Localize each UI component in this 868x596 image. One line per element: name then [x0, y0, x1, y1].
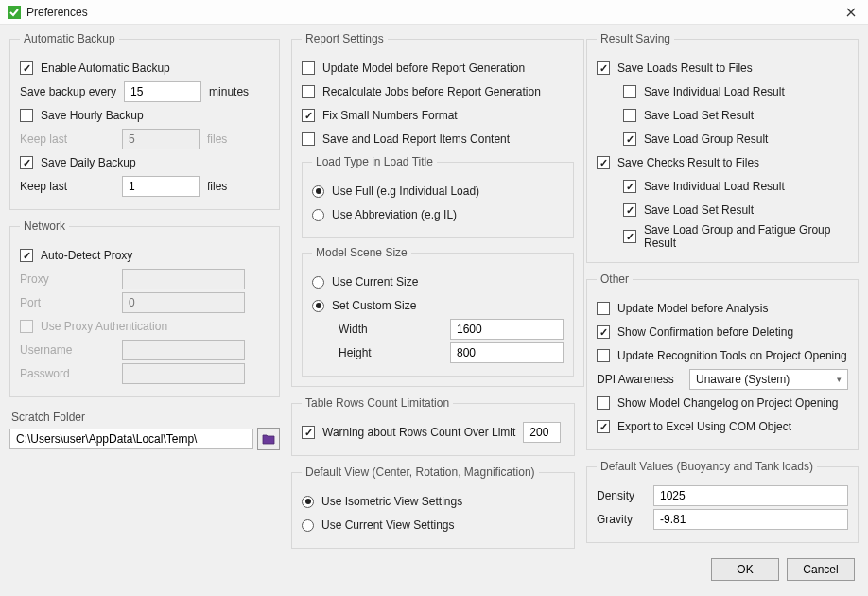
save-daily-backup-checkbox[interactable] — [20, 156, 33, 169]
scene-height-input[interactable] — [450, 342, 564, 363]
daily-keep-last-label: Keep last — [20, 180, 114, 193]
scene-width-input[interactable] — [450, 319, 564, 340]
model-scene-size-group: Model Scene Size Use Current Size Set Cu… — [302, 246, 574, 377]
show-changelog-checkbox[interactable] — [597, 396, 610, 410]
use-abbrev-label: Use Abbreviation (e.g IL) — [332, 208, 457, 221]
other-group: Other Update Model before Analysis Show … — [586, 272, 859, 450]
table-rows-legend: Table Rows Count Limitation — [302, 396, 453, 410]
default-view-legend: Default View (Center, Rotation, Magnific… — [302, 465, 539, 479]
close-button[interactable] — [842, 3, 860, 22]
proxy-label: Proxy — [20, 272, 114, 286]
show-confirm-delete-label: Show Confirmation before Deleting — [617, 325, 793, 339]
password-label: Password — [20, 367, 114, 380]
network-group: Network Auto-Detect Proxy Proxy Port Use… — [9, 219, 280, 397]
update-model-before-analysis-label: Update Model before Analysis — [617, 302, 768, 315]
daily-files-label: files — [207, 180, 256, 193]
default-values-group: Default Values (Buoyancy and Tank loads)… — [586, 460, 859, 543]
other-legend: Other — [597, 272, 633, 286]
use-current-size-label: Use Current Size — [332, 275, 418, 289]
use-proxy-auth-label: Use Proxy Authentication — [41, 320, 167, 333]
density-input[interactable] — [653, 485, 848, 506]
save-load-group-fatigue-checkbox[interactable] — [623, 230, 636, 243]
daily-keep-last-input[interactable] — [122, 176, 200, 197]
save-checks-result-checkbox[interactable] — [597, 156, 610, 169]
fix-small-numbers-checkbox[interactable] — [302, 109, 315, 122]
use-full-radio[interactable] — [312, 185, 324, 198]
use-current-view-radio[interactable] — [302, 519, 314, 532]
scratch-folder-group: Scratch Folder — [9, 407, 280, 450]
density-label: Density — [597, 489, 646, 502]
load-type-group: Load Type in Load Title Use Full (e.g In… — [302, 155, 574, 238]
save-load-group-checkbox[interactable] — [623, 132, 636, 146]
username-input — [122, 340, 245, 360]
scene-width-label: Width — [339, 323, 443, 336]
rows-warning-label: Warning about Rows Count Over Limit — [322, 426, 515, 439]
auto-detect-proxy-label: Auto-Detect Proxy — [41, 249, 132, 262]
auto-detect-proxy-checkbox[interactable] — [20, 249, 33, 262]
save-load-set2-checkbox[interactable] — [623, 203, 636, 217]
save-load-group-label: Save Load Group Result — [644, 132, 768, 146]
save-loads-result-checkbox[interactable] — [597, 61, 610, 75]
fix-small-numbers-label: Fix Small Numbers Format — [322, 109, 458, 122]
show-confirm-delete-checkbox[interactable] — [597, 325, 610, 339]
save-load-set-checkbox[interactable] — [623, 109, 636, 122]
app-icon — [8, 6, 21, 19]
window-title: Preferences — [26, 6, 88, 19]
save-load-report-items-checkbox[interactable] — [302, 132, 315, 146]
use-isometric-view-radio[interactable] — [302, 496, 314, 508]
export-excel-checkbox[interactable] — [597, 420, 610, 433]
scratch-folder-input[interactable] — [9, 429, 253, 449]
cancel-button[interactable]: Cancel — [787, 558, 855, 581]
chevron-down-icon: ▾ — [837, 375, 842, 384]
report-settings-group: Report Settings Update Model before Repo… — [291, 32, 584, 387]
enable-auto-backup-checkbox[interactable] — [20, 61, 33, 75]
recalculate-jobs-label: Recalculate Jobs before Report Generatio… — [322, 85, 541, 98]
save-hourly-backup-label: Save Hourly Backup — [41, 109, 144, 122]
dpi-awareness-select[interactable]: Unaware (System) ▾ — [689, 369, 848, 390]
gravity-label: Gravity — [597, 513, 646, 526]
table-rows-group: Table Rows Count Limitation Warning abou… — [291, 396, 575, 456]
report-settings-legend: Report Settings — [302, 32, 388, 45]
update-model-before-report-checkbox[interactable] — [302, 61, 315, 75]
save-checks-result-label: Save Checks Result to Files — [617, 156, 759, 169]
save-load-set2-label: Save Load Set Result — [644, 203, 754, 217]
use-isometric-view-label: Use Isometric View Settings — [321, 495, 462, 508]
gravity-input[interactable] — [653, 509, 848, 530]
proxy-input — [122, 269, 245, 289]
set-custom-size-radio[interactable] — [312, 300, 324, 312]
use-proxy-auth-checkbox — [20, 320, 33, 333]
rows-warning-checkbox[interactable] — [302, 426, 315, 439]
use-current-size-radio[interactable] — [312, 276, 324, 289]
scratch-folder-label: Scratch Folder — [11, 411, 280, 424]
browse-folder-button[interactable] — [257, 428, 280, 450]
hourly-keep-last-input — [122, 129, 200, 149]
scene-height-label: Height — [339, 346, 443, 359]
rows-limit-input[interactable] — [523, 422, 561, 443]
password-input — [122, 363, 245, 384]
hourly-files-label: files — [207, 132, 256, 146]
enable-auto-backup-label: Enable Automatic Backup — [41, 61, 170, 75]
save-load-set-label: Save Load Set Result — [644, 109, 754, 122]
hourly-keep-last-label: Keep last — [20, 132, 114, 146]
save-hourly-backup-checkbox[interactable] — [20, 109, 33, 122]
load-type-legend: Load Type in Load Title — [312, 155, 437, 168]
titlebar: Preferences — [0, 0, 868, 25]
use-abbrev-radio[interactable] — [312, 209, 324, 221]
automatic-backup-group: Automatic Backup Enable Automatic Backup… — [9, 32, 280, 210]
update-recognition-checkbox[interactable] — [597, 349, 610, 362]
network-legend: Network — [20, 219, 69, 233]
port-input — [122, 292, 245, 313]
export-excel-label: Export to Excel Using COM Object — [617, 420, 791, 433]
save-backup-every-input[interactable] — [124, 81, 201, 102]
save-individual-load2-checkbox[interactable] — [623, 180, 636, 193]
save-individual-load-checkbox[interactable] — [623, 85, 636, 98]
update-model-before-analysis-checkbox[interactable] — [597, 302, 610, 315]
dpi-awareness-label: DPI Awareness — [597, 373, 682, 386]
set-custom-size-label: Set Custom Size — [332, 299, 416, 312]
ok-button[interactable]: OK — [711, 558, 779, 581]
recalculate-jobs-checkbox[interactable] — [302, 85, 315, 98]
dpi-awareness-value: Unaware (System) — [696, 373, 790, 386]
save-individual-load-label: Save Individual Load Result — [644, 85, 785, 98]
update-recognition-label: Update Recognition Tools on Project Open… — [617, 349, 847, 362]
port-label: Port — [20, 296, 114, 309]
